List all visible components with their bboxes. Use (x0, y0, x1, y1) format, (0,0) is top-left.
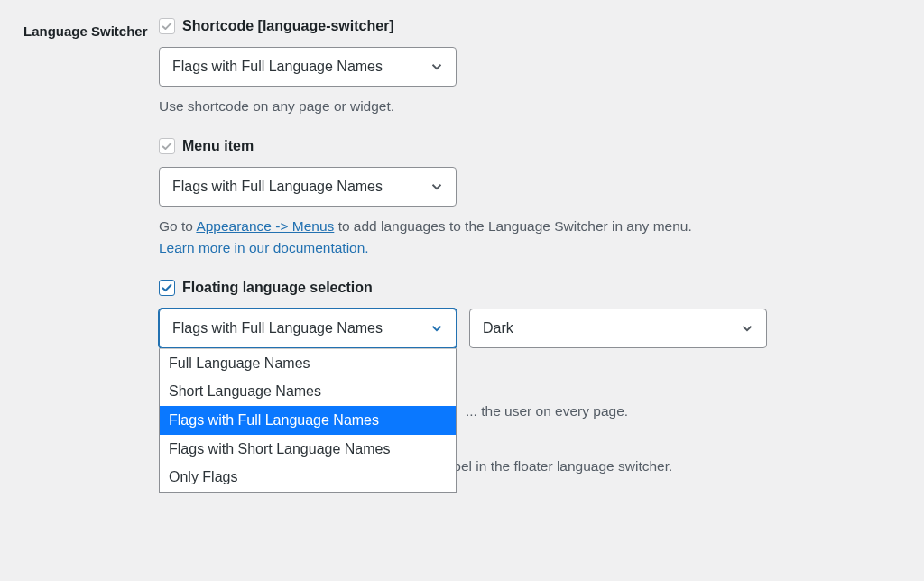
dropdown-option[interactable]: Flags with Short Language Names (160, 435, 456, 464)
dropdown-option[interactable]: Only Flags (160, 463, 456, 492)
floating-checkbox[interactable] (159, 280, 175, 296)
menuitem-section: Menu item Flags with Full Language Names… (159, 138, 901, 258)
dropdown-option[interactable]: Short Language Names (160, 377, 456, 406)
menuitem-label: Menu item (182, 138, 254, 154)
chevron-down-icon (739, 320, 755, 337)
dropdown-option[interactable]: Full Language Names (160, 349, 456, 378)
floating-theme-select[interactable]: Dark (469, 309, 767, 348)
menuitem-select-value: Flags with Full Language Names (172, 179, 383, 195)
menuitem-checkbox[interactable] (159, 138, 175, 154)
shortcode-select[interactable]: Flags with Full Language Names (159, 47, 457, 87)
floating-style-select[interactable]: Flags with Full Language Names (159, 309, 457, 348)
menuitem-help-prefix: Go to (159, 218, 196, 234)
dropdown-option[interactable]: Flags with Full Language Names (160, 406, 456, 435)
shortcode-label: Shortcode [language-switcher] (182, 18, 394, 34)
appearance-menus-link[interactable]: Appearance -> Menus (196, 218, 334, 234)
section-title: Language Switcher (23, 18, 159, 41)
shortcode-section: Shortcode [language-switcher] Flags with… (159, 18, 901, 116)
documentation-link[interactable]: Learn more in our documentation. (159, 240, 369, 255)
floating-section: Floating language selection Flags with F… (159, 280, 901, 421)
floating-theme-select-value: Dark (483, 320, 513, 337)
floating-label: Floating language selection (182, 280, 373, 296)
chevron-down-icon (429, 320, 445, 337)
shortcode-checkbox[interactable] (159, 18, 175, 34)
floating-style-select-value: Flags with Full Language Names (172, 320, 383, 337)
menuitem-help-suffix: to add languages to the Language Switche… (334, 218, 691, 234)
menuitem-select[interactable]: Flags with Full Language Names (159, 167, 457, 207)
menuitem-help: Go to Appearance -> Menus to add languag… (159, 216, 901, 258)
shortcode-select-value: Flags with Full Language Names (172, 59, 383, 75)
shortcode-help: Use shortcode on any page or widget. (159, 96, 901, 116)
chevron-down-icon (429, 179, 445, 195)
floating-style-dropdown: Full Language NamesShort Language NamesF… (159, 348, 457, 493)
chevron-down-icon (429, 59, 445, 75)
